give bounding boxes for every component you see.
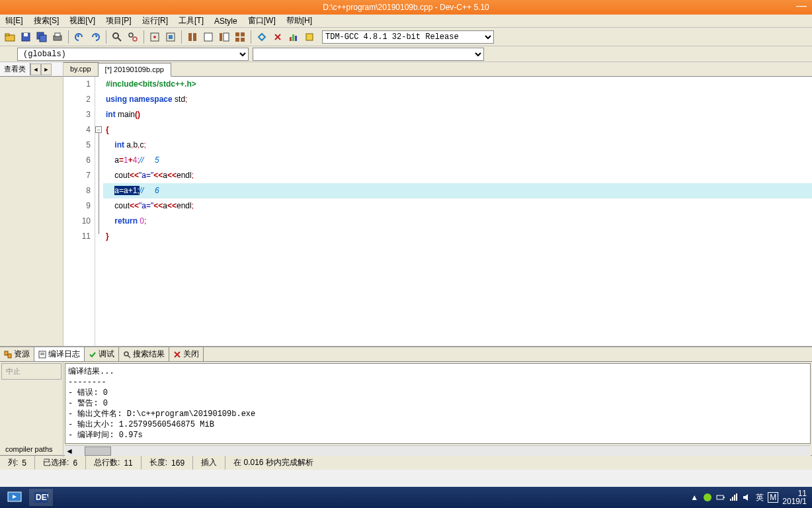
- menu-view[interactable]: 视图[V]: [64, 14, 101, 28]
- save-all-button[interactable]: [34, 30, 49, 44]
- tray-ime-lang[interactable]: 英: [756, 492, 764, 503]
- replace-button[interactable]: [126, 30, 140, 44]
- svg-rect-21: [235, 32, 239, 36]
- menu-help[interactable]: 帮助[H]: [281, 14, 317, 28]
- stop-button[interactable]: [270, 30, 285, 44]
- tray-battery-icon[interactable]: [716, 493, 725, 502]
- debug-button[interactable]: [255, 30, 269, 44]
- tray-clock[interactable]: 11 2019/1: [782, 489, 809, 505]
- tray-security-icon[interactable]: [703, 493, 712, 502]
- taskbar-app-devcpp[interactable]: DEV: [29, 489, 53, 506]
- status-selection: 已选择:6: [35, 456, 86, 470]
- menu-run[interactable]: 运行[R]: [137, 14, 173, 28]
- tray-network-icon[interactable]: [729, 493, 739, 502]
- svg-rect-42: [723, 497, 725, 498]
- tray-ime-mode[interactable]: M: [768, 492, 778, 503]
- abort-button[interactable]: 中止: [1, 363, 61, 380]
- class-browser: 查看类 ◄ ►: [0, 62, 63, 346]
- svg-rect-1: [5, 34, 9, 36]
- undo-button[interactable]: [72, 30, 87, 44]
- svg-point-10: [129, 33, 133, 37]
- svg-rect-45: [734, 495, 735, 501]
- compile-run-button[interactable]: [217, 30, 231, 44]
- status-mode: 插入: [193, 456, 225, 470]
- code-lines[interactable]: #include<bits/stdc++.h>using namespace s…: [103, 77, 812, 346]
- svg-rect-18: [204, 33, 212, 41]
- svg-rect-27: [295, 36, 297, 41]
- svg-rect-24: [241, 38, 245, 42]
- rebuild-button[interactable]: [233, 30, 247, 44]
- svg-rect-30: [8, 354, 11, 358]
- svg-rect-17: [193, 33, 196, 41]
- file-tab-by[interactable]: by.cpp: [63, 62, 99, 76]
- scope-bar: (globals): [0, 46, 812, 62]
- tray-volume-icon[interactable]: [743, 493, 752, 502]
- file-tab-current[interactable]: [*] 20190109b.cpp: [99, 63, 171, 77]
- compiler-select[interactable]: TDM-GCC 4.8.1 32-bit Release: [322, 30, 494, 44]
- svg-rect-23: [235, 38, 239, 42]
- fold-toggle[interactable]: −: [95, 126, 102, 133]
- svg-rect-25: [290, 37, 292, 41]
- class-view-tab[interactable]: 查看类: [0, 63, 30, 75]
- print-button[interactable]: [50, 30, 65, 44]
- member-select[interactable]: [253, 48, 484, 61]
- status-column: 列:5: [0, 456, 35, 470]
- save-button[interactable]: [19, 30, 33, 44]
- svg-rect-3: [24, 33, 28, 36]
- bottom-tabs: 资源 编译日志 调试 搜索结果 关闭: [0, 347, 812, 362]
- menu-project[interactable]: 项目[P]: [101, 14, 137, 28]
- main-area: 查看类 ◄ ► by.cpp [*] 20190109b.cpp 1234567…: [0, 62, 812, 346]
- menu-astyle[interactable]: AStyle: [209, 15, 243, 27]
- toolbar: TDM-GCC 4.8.1 32-bit Release: [0, 28, 812, 46]
- tab-debug[interactable]: 调试: [85, 347, 119, 361]
- compile-controls: 中止 compiler paths: [0, 362, 63, 457]
- status-parse: 在 0.016 秒内完成解析: [225, 456, 812, 470]
- code-area[interactable]: 1234567891011 − #include<bits/stdc++.h>u…: [63, 77, 812, 346]
- scope-select[interactable]: (globals): [17, 48, 249, 61]
- bookmark-button[interactable]: [163, 30, 178, 44]
- tab-compile-log[interactable]: 编译日志: [34, 347, 85, 361]
- output-scrollbar[interactable]: ◄: [65, 445, 811, 456]
- compile-button[interactable]: [185, 30, 200, 44]
- menu-edit[interactable]: 辑[E]: [0, 14, 28, 28]
- compile-output[interactable]: 编译结果... -------- - 错误: 0 - 警告: 0 - 输出文件名…: [65, 363, 811, 444]
- window-title: D:\c++program\20190109b.cpp - Dev-C++ 5.…: [323, 3, 489, 12]
- menu-window[interactable]: 窗口[W]: [243, 14, 281, 28]
- svg-point-11: [133, 37, 137, 41]
- fold-column: −: [95, 77, 103, 346]
- line-gutter: 1234567891011: [63, 77, 95, 346]
- file-tabs: by.cpp [*] 20190109b.cpp: [63, 62, 812, 77]
- svg-point-8: [113, 33, 118, 38]
- svg-rect-16: [188, 33, 192, 41]
- svg-rect-7: [55, 33, 60, 36]
- clean-button[interactable]: [302, 30, 317, 44]
- menu-tools[interactable]: 工具[T]: [173, 14, 209, 28]
- svg-rect-20: [223, 33, 229, 41]
- nav-left-icon[interactable]: ◄: [30, 64, 41, 75]
- svg-rect-46: [736, 493, 737, 501]
- tray-up-icon[interactable]: ▲: [690, 493, 699, 502]
- svg-point-40: [704, 493, 711, 501]
- tab-search-results[interactable]: 搜索结果: [119, 347, 169, 361]
- svg-rect-41: [717, 495, 723, 499]
- taskbar-app-1[interactable]: [3, 489, 26, 506]
- tab-resources[interactable]: 资源: [0, 347, 34, 361]
- menu-search[interactable]: 搜索[S]: [28, 14, 65, 28]
- svg-rect-15: [169, 35, 173, 39]
- svg-point-13: [153, 36, 156, 38]
- goto-button[interactable]: [147, 30, 162, 44]
- profile-button[interactable]: [286, 30, 301, 44]
- minimize-button[interactable]: —: [796, 0, 807, 12]
- run-button[interactable]: [201, 30, 216, 44]
- open-button[interactable]: [3, 30, 17, 44]
- tab-close[interactable]: 关闭: [169, 347, 204, 361]
- svg-marker-47: [743, 494, 748, 501]
- nav-right-icon[interactable]: ►: [41, 64, 52, 75]
- find-button[interactable]: [110, 30, 124, 44]
- svg-rect-5: [40, 35, 46, 42]
- status-bar: 列:5 已选择:6 总行数:11 长度:169 插入 在 0.016 秒内完成解…: [0, 455, 812, 470]
- bottom-panel: 资源 编译日志 调试 搜索结果 关闭 中止 compiler paths 编译结…: [0, 346, 812, 455]
- svg-line-35: [128, 355, 130, 358]
- svg-rect-29: [5, 351, 8, 355]
- redo-button[interactable]: [88, 30, 102, 44]
